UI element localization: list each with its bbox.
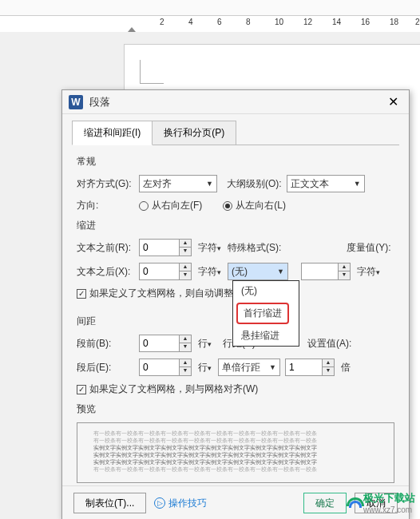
before-text-spinner[interactable]: ▲▼ (139, 239, 192, 256)
ruler-indent-marker[interactable] (128, 27, 136, 32)
direction-label: 方向: (77, 199, 134, 212)
ruler-mark: 18 (390, 18, 398, 26)
watermark-url: www.xz7.com (363, 505, 415, 514)
spinner-down-icon[interactable]: ▼ (180, 367, 191, 375)
set-value-spinner[interactable]: ▲▼ (285, 359, 335, 376)
watermark-logo-icon (347, 496, 361, 510)
before-para-spinner[interactable]: ▲▼ (139, 335, 192, 352)
watermark-site-name: 极光下载站 (363, 491, 415, 505)
alignment-value: 左对齐 (143, 177, 172, 191)
before-para-label: 段前(B): (77, 337, 134, 351)
special-format-value: (无) (232, 265, 248, 279)
ruler-mark: 6 (217, 18, 222, 26)
line-spacing-value: 单倍行距 (222, 361, 260, 374)
general-section-title: 常规 (77, 155, 394, 168)
close-button[interactable]: ✕ (383, 93, 402, 112)
indent-section-title: 缩进 (77, 219, 394, 232)
special-option-firstline[interactable]: 首行缩进 (239, 305, 287, 322)
dialog-tabs: 缩进和间距(I) 换行和分页(P) (62, 114, 409, 145)
ruler-mark: 2 (160, 18, 164, 26)
dialog-titlebar: W 段落 ✕ (62, 90, 409, 114)
preview-gray-line: 有一校条有一校条有一校条有一校条有一校条有一校条有一校条有一校条有一校条有一校条 (93, 437, 378, 444)
dialog-title: 段落 (89, 95, 383, 109)
grid-align-label: 如果定义了文档网格，则与网格对齐(W) (89, 382, 258, 396)
preview-sample-line: 实例文字实例文字实例文字实例文字实例文字实例文字实例文字实例文字实例文字实例文字 (93, 444, 378, 451)
spinner-down-icon[interactable]: ▼ (180, 271, 191, 279)
spinner-up-icon[interactable]: ▲ (323, 359, 334, 367)
outline-label: 大纲级别(O): (227, 177, 282, 191)
char-unit-label: 字符▾ (357, 265, 380, 279)
before-text-input[interactable] (139, 239, 179, 256)
before-para-input[interactable] (139, 335, 179, 352)
measure-value-input[interactable] (301, 263, 338, 280)
grid-align-checkbox[interactable]: ✓ 如果定义了文档网格，则与网格对齐(W) (77, 382, 258, 396)
after-para-spinner[interactable]: ▲▼ (139, 359, 192, 376)
auto-indent-label: 如果定义了文档网格，则自动调整 (89, 287, 233, 300)
preview-gray-line: 有一校条有一校条有一校条有一校条有一校条有一校条有一校条有一校条有一校条有一校条 (93, 430, 378, 437)
alignment-select[interactable]: 左对齐 ▼ (139, 175, 217, 192)
measure-value-label: 度量值(Y): (347, 241, 390, 255)
tab-pagination[interactable]: 换行和分页(P) (152, 121, 236, 145)
chevron-down-icon: ▼ (277, 267, 284, 275)
ruler-mark: 20 (415, 18, 420, 26)
spinner-down-icon[interactable]: ▼ (339, 271, 350, 279)
ruler-mark: 16 (361, 18, 370, 26)
spinner-down-icon[interactable]: ▼ (180, 248, 191, 256)
spinner-up-icon[interactable]: ▲ (180, 335, 191, 343)
set-value-input[interactable] (285, 359, 322, 376)
direction-ltr-radio[interactable]: 从左向右(L) (223, 199, 286, 212)
line-unit-label: 行▾ (198, 337, 212, 351)
checkbox-checked-icon: ✓ (77, 289, 86, 299)
outline-level-select[interactable]: 正文文本 ▼ (287, 175, 365, 192)
char-unit-label: 字符▾ (198, 241, 221, 255)
after-para-label: 段后(E): (77, 361, 134, 374)
checkbox-checked-icon: ✓ (77, 385, 86, 394)
ruler-mark: 4 (188, 18, 193, 26)
tabstops-button[interactable]: 制表位(T)... (73, 493, 146, 513)
after-text-label: 文本之后(X): (77, 265, 134, 279)
watermark: 极光下载站 www.xz7.com (347, 491, 415, 514)
measure-value-spinner[interactable]: ▲▼ (301, 263, 351, 280)
document-margin-corner (140, 60, 164, 84)
after-text-spinner[interactable]: ▲▼ (139, 263, 192, 280)
help-link[interactable]: ▷ 操作技巧 (154, 497, 207, 510)
special-option-hanging[interactable]: 悬挂缩进 (233, 326, 299, 346)
ruler-mark: 10 (275, 18, 283, 26)
alignment-label: 对齐方式(G): (77, 177, 134, 191)
radio-icon (139, 201, 149, 211)
tab-indent-spacing[interactable]: 缩进和间距(I) (72, 121, 153, 145)
special-format-dropdown: (无) 首行缩进 悬挂缩进 (232, 280, 299, 347)
special-format-label: 特殊格式(S): (228, 241, 281, 255)
spinner-down-icon[interactable]: ▼ (323, 367, 334, 375)
preview-sample-line: 实例文字实例文字实例文字实例文字实例文字实例文字实例文字实例文字实例文字实例文字 (93, 458, 378, 466)
spinner-up-icon[interactable]: ▲ (180, 359, 191, 367)
line-spacing-select[interactable]: 单倍行距 ▼ (218, 359, 280, 376)
preview-section-title: 预览 (77, 402, 394, 416)
chevron-down-icon: ▼ (206, 180, 213, 188)
ruler-mark: 12 (303, 18, 312, 26)
set-value-label: 设置值(A): (307, 337, 351, 351)
direction-rtl-radio[interactable]: 从右向左(F) (139, 199, 202, 212)
line-unit-label: 行▾ (198, 361, 212, 374)
special-option-none[interactable]: (无) (233, 281, 299, 301)
after-para-input[interactable] (139, 359, 179, 376)
direction-rtl-label: 从右向左(F) (152, 199, 202, 212)
horizontal-ruler: 2 4 6 8 10 12 14 16 18 20 (0, 16, 420, 32)
ok-button[interactable]: 确定 (303, 493, 347, 513)
direction-ltr-label: 从左向右(L) (236, 199, 286, 212)
times-unit-label: 倍 (341, 361, 351, 374)
special-format-select[interactable]: (无) ▼ (228, 263, 288, 280)
spinner-down-icon[interactable]: ▼ (180, 343, 191, 351)
radio-icon (223, 201, 232, 211)
char-unit-label: 字符▾ (198, 265, 221, 279)
preview-pane: 有一校条有一校条有一校条有一校条有一校条有一校条有一校条有一校条有一校条有一校条… (77, 422, 394, 483)
spinner-up-icon[interactable]: ▲ (339, 263, 350, 271)
spinner-up-icon[interactable]: ▲ (180, 240, 191, 248)
ruler-mark: 14 (332, 18, 341, 26)
chevron-down-icon: ▼ (354, 180, 361, 188)
chevron-down-icon: ▼ (269, 363, 276, 371)
spinner-up-icon[interactable]: ▲ (180, 263, 191, 271)
help-link-label: 操作技巧 (168, 497, 207, 510)
after-text-input[interactable] (139, 263, 179, 280)
auto-indent-checkbox[interactable]: ✓ 如果定义了文档网格，则自动调整 (77, 287, 233, 300)
